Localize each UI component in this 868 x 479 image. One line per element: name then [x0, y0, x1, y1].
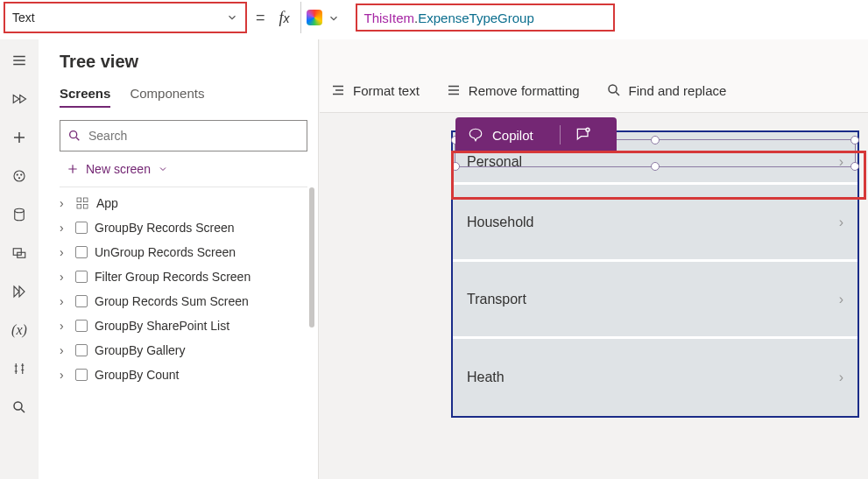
- copilot-label: Copilot: [492, 128, 533, 143]
- tree-item-app[interactable]: › App: [60, 191, 307, 215]
- screen-icon: [75, 295, 88, 307]
- advanced-tools-icon[interactable]: [11, 360, 28, 377]
- svg-point-9: [70, 131, 77, 138]
- format-text-icon: [330, 82, 346, 98]
- chevron-right-icon: ›: [60, 245, 68, 259]
- scrollbar[interactable]: [309, 187, 314, 328]
- svg-point-3: [20, 173, 22, 175]
- svg-point-0: [609, 85, 617, 93]
- fx-label[interactable]: fx: [274, 0, 295, 36]
- chevron-down-icon: [226, 11, 238, 24]
- find-replace-button[interactable]: Find and replace: [606, 82, 727, 98]
- panel-title: Tree view: [60, 52, 307, 72]
- svg-point-4: [18, 177, 20, 179]
- tree-item-label: GroupBy Gallery: [95, 343, 185, 357]
- chevron-right-icon: ›: [60, 319, 68, 333]
- property-dropdown-value: Text: [12, 11, 35, 25]
- chevron-right-icon: ›: [60, 221, 68, 235]
- divider: [300, 2, 301, 33]
- hamburger-icon[interactable]: [11, 52, 28, 69]
- svg-point-2: [17, 173, 18, 175]
- gallery-row-label: Household: [467, 215, 534, 230]
- tab-components[interactable]: Components: [130, 86, 204, 108]
- gallery-row-label: Transport: [467, 292, 526, 307]
- remove-formatting-button[interactable]: Remove formatting: [446, 82, 580, 98]
- app-icon: [75, 196, 89, 210]
- chevron-right-icon: ›: [60, 294, 68, 308]
- property-dropdown[interactable]: Text: [4, 2, 247, 33]
- svg-rect-11: [83, 198, 88, 202]
- chevron-right-icon: ›: [60, 196, 68, 210]
- tree-item-screen[interactable]: ›GroupBy Records Screen: [60, 215, 307, 240]
- tree-item-screen[interactable]: ›Filter Group Records Screen: [60, 264, 307, 289]
- left-rail: (x): [0, 39, 39, 479]
- insert-icon[interactable]: [11, 129, 28, 146]
- screen-icon: [75, 344, 88, 356]
- chevron-down-icon[interactable]: [328, 12, 340, 25]
- chevron-right-icon: ›: [60, 343, 68, 357]
- search-input[interactable]: [88, 129, 300, 143]
- resize-handle[interactable]: [651, 136, 660, 144]
- formula-bar[interactable]: ThisItem.ExpenseTypeGroup: [356, 4, 615, 32]
- tree-item-screen[interactable]: ›Group Records Sum Screen: [60, 289, 307, 313]
- copilot-icon[interactable]: [307, 10, 322, 25]
- screen-icon: [75, 320, 88, 332]
- new-screen-button[interactable]: New screen: [67, 162, 307, 176]
- screen-icon: [75, 222, 88, 234]
- tree-item-label: UnGroup Records Screen: [95, 245, 236, 259]
- chevron-down-icon: [158, 164, 168, 174]
- plus-icon: [67, 163, 79, 175]
- svg-rect-13: [83, 204, 88, 208]
- screen-icon: [75, 369, 88, 381]
- search-rail-icon[interactable]: [11, 398, 28, 416]
- screen-icon: [75, 246, 88, 258]
- search-icon: [67, 129, 81, 143]
- tree: › App ›GroupBy Records Screen ›UnGroup R…: [60, 187, 307, 387]
- copilot-button[interactable]: Copilot: [455, 117, 617, 152]
- tab-screens[interactable]: Screens: [60, 86, 110, 108]
- remove-formatting-icon: [446, 82, 462, 98]
- tree-item-label: GroupBy Count: [95, 368, 180, 382]
- tree-view-panel: Tree view Screens Components New screen …: [39, 39, 319, 479]
- power-automate-icon[interactable]: [11, 283, 28, 300]
- search-box[interactable]: [60, 120, 307, 151]
- tree-view-icon[interactable]: [11, 90, 28, 108]
- svg-rect-12: [77, 204, 81, 208]
- screen-icon: [75, 271, 88, 283]
- gallery-row[interactable]: Transport ›: [453, 262, 857, 339]
- tree-item-label: GroupBy SharePoint List: [95, 319, 229, 333]
- svg-point-8: [14, 402, 22, 410]
- equals-label: =: [247, 0, 274, 35]
- media-icon[interactable]: [11, 244, 28, 262]
- chevron-right-icon[interactable]: ›: [839, 215, 843, 230]
- copilot-icon: [468, 127, 483, 143]
- formula-identifier: ExpenseTypeGroup: [418, 11, 534, 25]
- theme-icon[interactable]: [11, 167, 28, 185]
- svg-point-1: [14, 171, 25, 181]
- data-icon[interactable]: [11, 206, 28, 223]
- tree-item-screen[interactable]: ›GroupBy Count: [60, 363, 307, 387]
- svg-rect-10: [77, 198, 81, 202]
- tree-item-label: App: [96, 196, 118, 210]
- chevron-right-icon: ›: [60, 368, 68, 382]
- tree-item-label: GroupBy Records Screen: [95, 221, 235, 235]
- resize-handle[interactable]: [850, 136, 859, 144]
- format-text-button[interactable]: Format text: [330, 82, 420, 98]
- tree-item-label: Filter Group Records Screen: [95, 270, 251, 284]
- gallery-row[interactable]: Heath ›: [453, 339, 857, 416]
- gallery-row-label: Heath: [467, 370, 505, 385]
- tree-item-screen[interactable]: ›GroupBy Gallery: [60, 338, 307, 363]
- feedback-icon[interactable]: [575, 126, 592, 144]
- tree-item-screen[interactable]: ›UnGroup Records Screen: [60, 240, 307, 264]
- svg-point-5: [15, 208, 25, 213]
- chevron-right-icon: ›: [60, 270, 68, 284]
- search-icon: [606, 82, 622, 98]
- chevron-right-icon[interactable]: ›: [839, 292, 843, 307]
- chevron-right-icon[interactable]: ›: [839, 370, 843, 385]
- tree-item-screen[interactable]: ›GroupBy SharePoint List: [60, 313, 307, 338]
- variables-icon[interactable]: (x): [11, 321, 28, 339]
- highlight-red-box: [451, 151, 866, 200]
- formula-thisitem: ThisItem: [364, 11, 415, 25]
- tree-item-label: Group Records Sum Screen: [95, 294, 249, 308]
